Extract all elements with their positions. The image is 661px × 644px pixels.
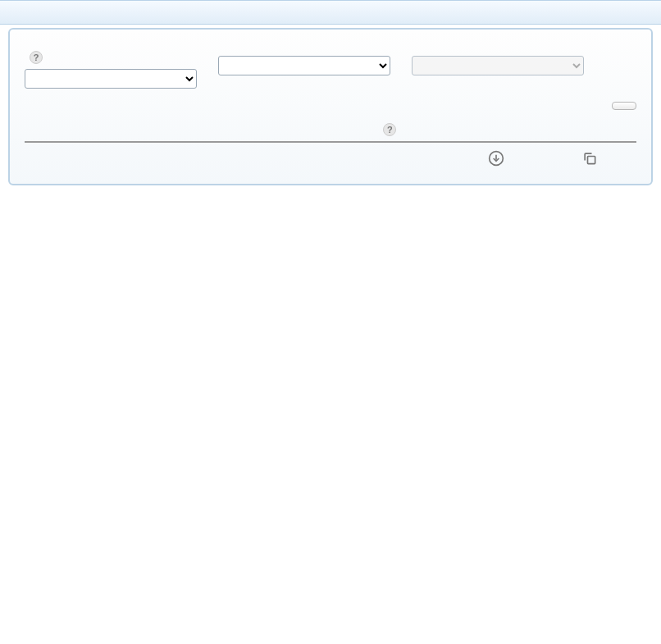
th-download — [449, 118, 546, 142]
copy-icon[interactable] — [581, 149, 599, 167]
file-os — [277, 142, 326, 171]
lang-select[interactable] — [218, 56, 390, 75]
file-row — [25, 142, 636, 171]
help-icon[interactable]: ? — [30, 51, 43, 64]
th-size — [326, 118, 384, 142]
file-size — [326, 142, 384, 171]
details-panel: ? — [8, 28, 653, 185]
help-icon[interactable]: ? — [383, 123, 396, 136]
th-file — [25, 118, 277, 142]
continue-button[interactable] — [612, 102, 636, 110]
method-select[interactable] — [25, 69, 197, 89]
os-select — [412, 56, 584, 75]
download-icon[interactable] — [487, 149, 505, 167]
product-row-selected[interactable] — [0, 0, 661, 25]
svg-rect-1 — [588, 157, 595, 164]
file-format — [383, 142, 449, 171]
files-table: ? — [25, 118, 636, 171]
th-os — [277, 118, 326, 142]
th-format: ? — [383, 118, 449, 142]
th-hash — [546, 118, 636, 142]
file-name — [25, 142, 277, 171]
